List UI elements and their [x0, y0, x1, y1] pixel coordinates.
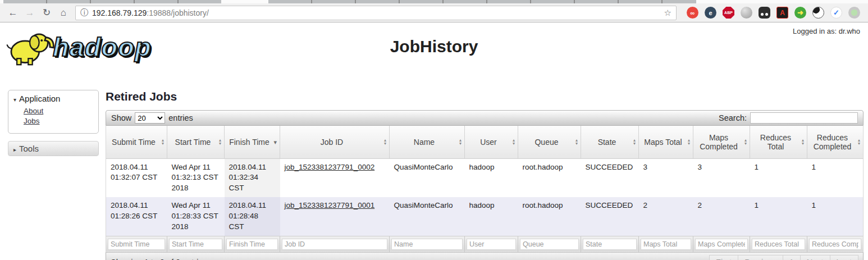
cat-extension-icon[interactable] — [812, 7, 824, 19]
column-label: Maps Total — [644, 138, 682, 147]
filter-input-job-id[interactable] — [282, 239, 387, 250]
filter-input-reduces-completed[interactable] — [809, 239, 861, 250]
filter-input-submit-time[interactable] — [108, 239, 165, 250]
profile-avatar-icon[interactable] — [848, 7, 860, 19]
column-header-submit-time[interactable]: Submit Time▴▾ — [106, 126, 167, 158]
filter-input-queue[interactable] — [520, 239, 579, 250]
cell-start-time: Wed Apr 11 01:32:13 CST 2018 — [167, 158, 225, 197]
filter-input-maps-total[interactable] — [641, 239, 691, 250]
pagination-next[interactable]: Next — [801, 255, 830, 260]
datatable-footer: Showing 1 to 2 of 2 entries First Previo… — [106, 252, 864, 260]
cell-user: hadoop — [465, 197, 518, 236]
infinity-extension-icon[interactable]: ∞ — [687, 7, 698, 19]
cell-maps-completed: 3 — [693, 158, 750, 197]
url-host: 192.168.79.129 — [92, 8, 147, 17]
sort-icon: ▴▾ — [633, 139, 636, 145]
filter-input-user[interactable] — [467, 239, 516, 250]
sphere-extension-icon[interactable] — [741, 7, 752, 19]
green-arrow-extension-icon[interactable]: ➜ — [794, 7, 806, 19]
cell-maps-completed: 2 — [693, 197, 750, 236]
cell-name: QuasiMonteCarlo — [390, 158, 465, 197]
pagination-page-1[interactable]: 1 — [783, 255, 801, 260]
column-header-maps-total[interactable]: Maps Total▴▾ — [639, 126, 693, 158]
pagination-first[interactable]: First — [709, 255, 738, 260]
ext-glyph: e — [709, 10, 712, 16]
cell-user: hadoop — [465, 158, 518, 197]
cell-start-time: Wed Apr 11 01:28:33 CST 2018 — [167, 197, 225, 236]
column-header-reduces-completed[interactable]: Reduces Completed▴▾ — [807, 126, 864, 158]
filter-input-state[interactable] — [583, 239, 637, 250]
application-nav-panel: ▾Application About Jobs — [8, 90, 99, 134]
url-text[interactable]: 192.168.79.129:19888/jobhistory/ — [92, 8, 209, 17]
blue-check-extension-icon[interactable]: ✓ — [830, 7, 842, 19]
column-header-maps-completed[interactable]: Maps Completed▴▾ — [693, 126, 750, 158]
filter-cell — [390, 236, 465, 252]
dark-panda-extension-icon[interactable] — [759, 7, 770, 19]
column-label: State — [598, 138, 616, 147]
filter-input-reduces-total[interactable] — [752, 239, 805, 250]
filter-input-finish-time[interactable] — [226, 239, 278, 250]
filter-input-start-time[interactable] — [169, 239, 222, 250]
application-label: Application — [19, 94, 60, 103]
address-bar[interactable]: ⓘ 192.168.79.129:19888/jobhistory/ ☆ — [75, 6, 677, 20]
browser-tabs-left[interactable] — [3, 0, 221, 3]
entries-info: Showing 1 to 2 of 2 entries — [111, 258, 207, 260]
url-path: :19888/jobhistory/ — [147, 8, 209, 17]
column-header-state[interactable]: State▴▾ — [581, 126, 639, 158]
page-title: JobHistory — [0, 37, 868, 56]
column-header-name[interactable]: Name▴▾ — [390, 126, 465, 158]
sort-icon: ▴▾ — [384, 139, 386, 145]
cell-reduces-total: 1 — [750, 158, 807, 197]
home-icon[interactable]: ⌂ — [56, 7, 71, 19]
cell-reduces-completed: 1 — [807, 197, 864, 236]
sidebar-section-application[interactable]: ▾Application — [8, 92, 98, 105]
cell-queue: root.hadoop — [518, 158, 581, 197]
job-link[interactable]: job_1523381237791_0001 — [285, 201, 375, 209]
column-header-job-id[interactable]: Job ID▴▾ — [280, 126, 390, 158]
column-header-user[interactable]: User▴▾ — [465, 126, 518, 158]
chevron-down-icon: ▾ — [13, 97, 16, 103]
bookmark-star-icon[interactable]: ☆ — [664, 8, 671, 18]
e-badge-extension-icon[interactable]: e — [705, 7, 716, 19]
column-header-reduces-total[interactable]: Reduces Total▴▾ — [750, 126, 807, 158]
page-size-select[interactable]: 20 — [135, 112, 165, 124]
adobe-acrobat-icon[interactable]: A — [776, 7, 788, 19]
column-header-start-time[interactable]: Start Time▴▾ — [167, 126, 225, 158]
filter-row — [106, 236, 864, 252]
table-row: 2018.04.11 01:32:07 CST Wed Apr 11 01:32… — [106, 158, 864, 197]
header-row: Submit Time▴▾ Start Time▴▾ Finish Time▾ … — [106, 126, 864, 158]
filter-cell — [106, 236, 167, 252]
browser-tab-strip[interactable] — [0, 0, 868, 3]
filter-cell — [225, 236, 280, 252]
column-header-finish-time[interactable]: Finish Time▾ — [225, 126, 280, 158]
sort-icon: ▴▾ — [744, 139, 747, 145]
filter-cell — [280, 236, 390, 252]
cell-submit-time: 2018.04.11 01:32:07 CST — [106, 158, 167, 197]
browser-tabs-right[interactable] — [268, 0, 696, 3]
filter-cell — [807, 236, 864, 252]
section-heading: Retired Jobs — [106, 90, 864, 103]
tools-label: Tools — [19, 144, 39, 153]
cell-reduces-total: 1 — [750, 197, 807, 236]
filter-input-maps-completed[interactable] — [695, 239, 748, 250]
job-link[interactable]: job_1523381237791_0002 — [285, 163, 375, 171]
back-icon[interactable]: ← — [6, 7, 20, 19]
sidebar-section-tools[interactable]: ▸Tools — [8, 141, 99, 156]
pagination-previous[interactable]: Previous — [738, 255, 783, 260]
reload-icon[interactable]: ↻ — [39, 7, 54, 19]
sort-icon: ▴▾ — [162, 139, 164, 145]
pagination-last[interactable]: Last — [830, 255, 858, 260]
sidebar-item-about[interactable]: About — [24, 106, 98, 116]
forward-icon[interactable]: → — [22, 7, 37, 19]
filter-cell — [465, 236, 518, 252]
filter-cell — [639, 236, 693, 252]
cell-finish-time: 2018.04.11 01:32:34 CST — [225, 158, 280, 197]
cell-finish-time: 2018.04.11 01:28:48 CST — [225, 197, 280, 236]
page-info-icon[interactable]: ⓘ — [80, 8, 88, 18]
sidebar-item-jobs[interactable]: Jobs — [24, 116, 98, 126]
cell-reduces-completed: 1 — [807, 158, 864, 197]
column-header-queue[interactable]: Queue▴▾ — [518, 126, 581, 158]
filter-input-name[interactable] — [391, 239, 463, 250]
adblock-plus-icon[interactable]: ABP — [723, 7, 734, 19]
search-input[interactable] — [750, 112, 858, 124]
